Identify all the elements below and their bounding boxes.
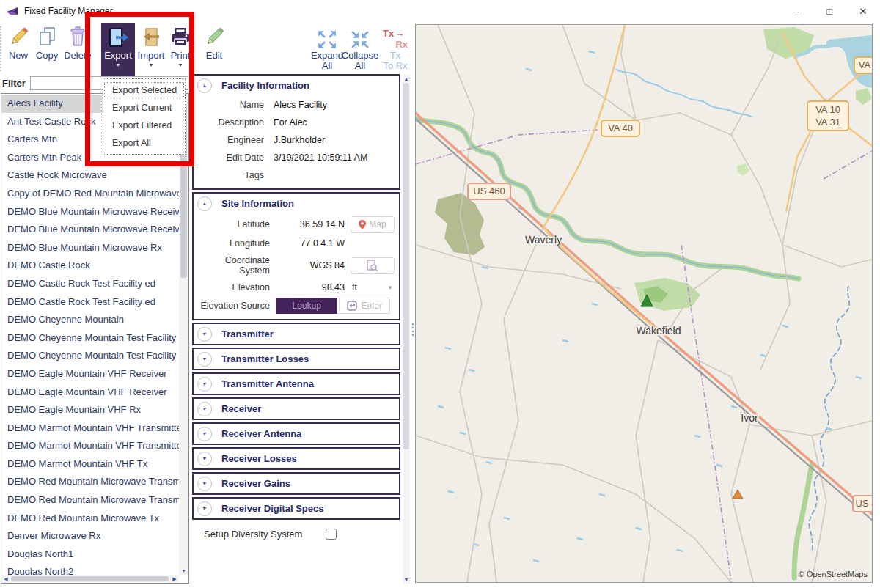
list-item[interactable]: DEMO Cheyenne Mountain Test Facility [1,347,179,365]
list-item[interactable]: Castle Rock Microwave [1,166,179,185]
expand-chevron-icon[interactable]: ▼ [197,452,212,466]
tx-to-rx-button[interactable]: Tx→ Rx TxTo Rx [380,23,411,73]
list-item[interactable]: DEMO Red Mountain Microwave Transmitter [1,473,179,491]
menu-item-export-selected[interactable]: Export Selected [103,81,185,99]
list-item[interactable]: DEMO Blue Mountain Microwave Receiver [1,203,179,221]
expand-all-button[interactable]: ExpandAll [311,23,343,73]
menu-item-export-all[interactable]: Export All [103,134,185,152]
expand-chevron-icon[interactable]: ▼ [197,327,212,342]
list-item[interactable]: DEMO Marmot Mountain VHF Transmitter [1,419,179,438]
expand-chevron-icon[interactable]: ▼ [197,352,212,367]
list-item[interactable]: DEMO Castle Rock [1,257,179,275]
setup-diversity-checkbox[interactable] [326,529,337,540]
scrollbar-thumb[interactable] [403,83,409,449]
list-item[interactable]: DEMO Castle Rock Test Facility ed [1,275,179,293]
list-item[interactable]: DEMO Eagle Mountain VHF Receiver [1,365,179,383]
section-header[interactable]: ▲ Site Information [194,194,399,213]
longitude-value[interactable]: 77 0 4.1 W [276,238,345,249]
list-vertical-scrollbar[interactable]: ▲ ▼ [179,94,188,575]
export-door-icon [106,23,130,50]
expand-chevron-icon[interactable]: ▼ [197,377,212,392]
field-label: Name [194,100,264,110]
latitude-value[interactable]: 36 59 14 N [276,219,345,229]
export-button[interactable]: Export ▼ [101,23,135,76]
expand-chevron-icon[interactable]: ▼ [197,501,212,516]
list-item[interactable]: DEMO Marmot Mountain VHF Transmitter [1,437,179,455]
toolbar-grip[interactable] [0,26,2,71]
maximize-button[interactable]: □ [813,0,846,22]
town-label-wakefield: Wakefield [637,325,681,337]
expand-chevron-icon[interactable]: ▼ [197,427,212,441]
close-button[interactable]: ✕ [846,0,880,22]
section-header[interactable]: ▼ Receiver Gains [194,474,399,493]
copy-button[interactable]: Copy [32,23,62,73]
setup-diversity-label: Setup Diversity System [204,529,302,540]
lookup-button[interactable]: Lookup [276,298,337,314]
field-value[interactable]: J.Burkholder [274,135,393,145]
delete-button[interactable]: Delete [62,23,94,73]
elevation-unit-dropdown[interactable]: ft ▼ [351,282,395,293]
section-header[interactable]: ▼ Receiver [194,399,399,419]
print-button[interactable]: Print ▼ [167,23,194,73]
list-item[interactable]: Douglas North1 [1,545,179,564]
panel-splitter[interactable] [410,73,415,585]
section-header[interactable]: ▼ Transmitter Antenna [194,374,399,394]
import-caret-icon[interactable]: ▼ [149,62,154,67]
scroll-down-icon[interactable]: ▼ [403,575,410,584]
collapse-all-button[interactable]: CollapseAll [342,23,378,73]
import-button[interactable]: Import ▼ [135,23,167,73]
list-item[interactable]: DEMO Blue Mountain Microwave Rx [1,239,179,257]
copy-pages-icon [36,23,58,50]
list-item[interactable]: DEMO Blue Mountain Microwave Receiver [1,221,179,239]
new-button[interactable]: New [4,23,32,73]
list-item[interactable]: Denver Microwave Rx [1,527,179,545]
scroll-down-icon[interactable]: ▼ [179,566,188,575]
list-horizontal-scrollbar[interactable]: ◀ ▶ [1,575,179,583]
field-value[interactable]: Alecs Facility [274,100,393,110]
shield-va40: VA 40 [601,120,639,136]
coordinate-lookup-button[interactable] [351,257,395,274]
list-item[interactable]: Douglas North2 [1,563,179,575]
map-canvas[interactable]: US 460 VA 40 VA 10 VA 31 VA US 4 Waverly… [416,25,872,582]
section-header[interactable]: ▼ Transmitter [194,324,399,344]
scroll-left-icon[interactable]: ◀ [1,575,10,583]
section-header[interactable]: ▼ Receiver Antenna [194,424,399,444]
export-caret-icon[interactable]: ▼ [116,62,121,67]
collapse-chevron-icon[interactable]: ▲ [197,196,212,211]
town-label-ivor: Ivor [741,412,758,424]
list-item[interactable]: DEMO Eagle Mountain VHF Rx [1,401,179,419]
scroll-right-icon[interactable]: ▶ [170,575,179,583]
section-header[interactable]: ▼ Receiver Losses [194,449,399,468]
scroll-up-icon[interactable]: ▲ [403,74,410,83]
list-item[interactable]: DEMO Cheyenne Mountain [1,311,179,329]
field-value[interactable]: For Alec [274,117,393,128]
print-caret-icon[interactable]: ▼ [178,62,183,67]
map-button[interactable]: Map [351,216,395,233]
coordinate-system-value[interactable]: WGS 84 [276,260,345,271]
export-dropdown-menu: Export Selected Export Current Export Fi… [103,78,186,155]
detail-vertical-scrollbar[interactable]: ▲ ▼ [403,74,410,584]
scrollbar-thumb[interactable] [11,576,169,581]
menu-item-export-filtered[interactable]: Export Filtered [103,117,185,134]
list-item[interactable]: DEMO Red Mountain Microwave Transmitter [1,491,179,510]
document-search-icon [367,260,378,272]
section-header[interactable]: ▼ Transmitter Losses [194,349,399,369]
list-item[interactable]: DEMO Eagle Mountain VHF Receiver [1,383,179,402]
menu-item-export-current[interactable]: Export Current [103,99,185,117]
expand-chevron-icon[interactable]: ▼ [197,402,212,416]
minimize-button[interactable]: – [779,0,813,22]
list-item[interactable]: Copy of DEMO Red Mountain Microwave Tx [1,185,179,203]
collapse-chevron-icon[interactable]: ▲ [197,78,212,93]
list-item[interactable]: DEMO Red Mountain Microwave Tx [1,510,179,528]
edit-button[interactable]: Edit [198,23,230,73]
list-item[interactable]: DEMO Cheyenne Mountain Test Facility [1,329,179,348]
expand-chevron-icon[interactable]: ▼ [197,477,212,491]
elevation-value[interactable]: 98.43 [276,282,345,293]
list-item[interactable]: DEMO Marmot Mountain VHF Tx [1,455,179,474]
section-header[interactable]: ▼ Receiver Digital Specs [194,499,399,518]
list-item[interactable]: DEMO Castle Rock Test Facility ed [1,293,179,312]
latitude-label: Latitude [194,219,270,229]
expand-all-icon [317,23,337,50]
enter-button[interactable]: Enter [339,298,390,314]
section-header[interactable]: ▲ Facility Information [194,76,399,95]
